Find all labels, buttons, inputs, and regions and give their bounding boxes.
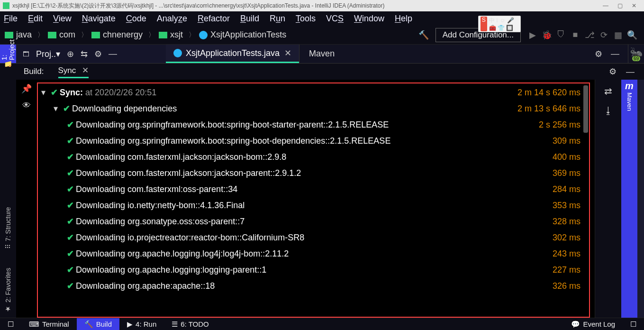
project-title[interactable]: Proj..▾ xyxy=(36,49,60,59)
search-icon[interactable]: 🔍 xyxy=(625,30,639,40)
terminal-icon: ⌨ xyxy=(29,320,39,329)
check-icon: ✔ xyxy=(64,200,76,211)
ime-toolbar[interactable]: S中 ⁞ ☺ 🎤 🧰 👕 🔲 xyxy=(478,16,521,32)
close-icon[interactable]: ✕ xyxy=(80,66,89,75)
reimport-icon[interactable]: ⇄ xyxy=(604,85,612,97)
coverage-icon[interactable]: ⛉ xyxy=(554,30,568,40)
menu-tools[interactable]: Tools xyxy=(296,14,316,24)
check-icon: ✔ xyxy=(64,232,76,243)
terminal-tab[interactable]: ⌨Terminal xyxy=(21,318,77,330)
run-icon: ▶ xyxy=(127,320,133,329)
tool-window-toggle[interactable]: ☐ xyxy=(0,318,21,330)
favorites-tool-tab[interactable]: ★ 2: Favorites xyxy=(4,268,12,313)
structure-tool-tab[interactable]: ⠿ 7: Structure xyxy=(4,207,12,248)
check-icon: ✔ xyxy=(64,281,76,291)
gear-icon[interactable]: ⚙ xyxy=(595,49,602,59)
structure-icon[interactable]: ▦ xyxy=(611,30,625,40)
close-button[interactable]: ✕ xyxy=(627,2,641,9)
check-icon: ✔ xyxy=(64,184,76,194)
menu-run[interactable]: Run xyxy=(270,14,285,24)
download-item-row[interactable]: ✔Downloading org.springframework.boot:sp… xyxy=(38,117,589,133)
hide-icon[interactable]: — xyxy=(626,67,635,77)
breadcrumb-com[interactable]: com xyxy=(48,30,75,40)
run-icon[interactable]: ▶ xyxy=(526,30,540,40)
download-item-row[interactable]: ✔Downloading org.sonatype.oss:oss-parent… xyxy=(38,213,589,229)
download-item-row[interactable]: ✔Downloading org.apache:apache::18326 ms xyxy=(38,278,589,294)
download-item-row[interactable]: ✔Downloading org.apache.logging.log4j:lo… xyxy=(38,246,589,262)
downloading-root-row[interactable]: ▾ ✔ Downloading dependencies 2 m 13 s 64… xyxy=(38,101,589,117)
download-icon[interactable]: ⭳ xyxy=(604,105,613,116)
close-tab-icon[interactable]: ✕ xyxy=(284,48,291,58)
minimize-button[interactable]: — xyxy=(599,2,613,9)
todo-tab[interactable]: ☰6: TODO xyxy=(164,318,216,330)
chevron-down-icon[interactable]: ▾ xyxy=(38,87,48,98)
maven-title: Maven xyxy=(309,49,335,59)
folder-icon xyxy=(159,32,167,38)
download-item-row[interactable]: ✔Downloading org.apache.logging:logging-… xyxy=(38,262,589,278)
status-bar: ☐ ⌨Terminal 🔨Build ▶4: Run ☰6: TODO 💬Eve… xyxy=(0,318,644,330)
ant-tool-tab[interactable]: 🐜 69 xyxy=(628,45,644,63)
build-label: Build: xyxy=(24,67,44,76)
build-tab[interactable]: 🔨Build xyxy=(77,318,119,330)
chevron-down-icon[interactable]: ▾ xyxy=(50,103,61,114)
menu-file[interactable]: File xyxy=(4,14,18,24)
target-icon[interactable]: ⊕ xyxy=(67,49,74,59)
download-item-row[interactable]: ✔Downloading io.netty:netty-bom::4.1.36.… xyxy=(38,197,589,213)
download-item-row[interactable]: ✔Downloading com.fasterxml.jackson:jacks… xyxy=(38,149,589,165)
toolbar: java 〉 com 〉 chnenergy 〉 xsjt 〉 XsjtAppl… xyxy=(0,26,644,45)
breadcrumb-chnenergy[interactable]: chnenergy xyxy=(91,30,143,40)
check-icon: ✔ xyxy=(64,265,76,275)
stop-icon[interactable]: ■ xyxy=(568,30,582,40)
pin-icon[interactable]: 📌 xyxy=(21,83,32,94)
download-item-row[interactable]: ✔Downloading com.fasterxml.jackson:jacks… xyxy=(38,165,589,181)
maximize-button[interactable]: ▢ xyxy=(613,2,627,9)
project-tool-tab[interactable]: 📁 1: Project xyxy=(0,45,16,63)
menu-navigate[interactable]: Navigate xyxy=(82,14,116,24)
debug-icon[interactable]: 🐞 xyxy=(540,30,554,40)
git-icon[interactable]: ⎇ xyxy=(582,30,597,40)
sync-root-row[interactable]: ▾ ✔ Sync: at 2020/2/26 20:51 2 m 14 s 62… xyxy=(38,84,589,101)
download-item-row[interactable]: ✔Downloading org.springframework.boot:sp… xyxy=(38,133,589,149)
menu-edit[interactable]: Edit xyxy=(28,14,43,24)
chevron-right-icon: 〉 xyxy=(37,31,44,39)
menu-window[interactable]: Window xyxy=(354,14,384,24)
menu-code[interactable]: Code xyxy=(126,14,146,24)
gear-icon[interactable]: ⚙ xyxy=(609,66,617,77)
maven-tool-tab[interactable]: m Maven xyxy=(621,80,637,318)
menu-analyze[interactable]: Analyze xyxy=(157,14,187,24)
duration: 302 ms xyxy=(553,233,581,243)
ime-indicator: S中 ⁞ ☺ 🎤 🧰 👕 🔲 Add Configuration... xyxy=(435,28,521,42)
download-item-label: Downloading org.springframework.boot:spr… xyxy=(76,136,553,146)
project-window-icon: 🗔 xyxy=(23,50,29,58)
update-icon[interactable]: ⟳ xyxy=(597,30,611,40)
eye-icon[interactable]: 👁 xyxy=(22,101,31,110)
run-tab[interactable]: ▶4: Run xyxy=(119,318,164,330)
event-log-tab[interactable]: 💬Event Log xyxy=(563,318,623,330)
menu-refactor[interactable]: Refactor xyxy=(198,14,230,24)
download-item-row[interactable]: ✔Downloading com.fasterxml:oss-parent::3… xyxy=(38,181,589,197)
build-icon[interactable]: 🔨 xyxy=(418,30,429,40)
sync-tab[interactable]: Sync ✕ xyxy=(58,65,89,78)
editor-tab[interactable]: XsjtApplicationTests.java ✕ xyxy=(166,45,299,63)
scrollbar-thumb[interactable] xyxy=(583,85,588,133)
collapse-icon[interactable]: ⇆ xyxy=(81,49,88,59)
hide-icon[interactable]: — xyxy=(611,49,619,59)
breadcrumb-xsjt[interactable]: xsjt xyxy=(159,30,183,40)
maven-m-icon: m xyxy=(625,81,634,92)
todo-icon: ☰ xyxy=(172,320,178,329)
download-item-row[interactable]: ✔Downloading io.projectreactor:reactor-b… xyxy=(38,229,589,246)
breadcrumb-class[interactable]: XsjtApplicationTests xyxy=(199,30,286,40)
menu-help[interactable]: Help xyxy=(395,14,412,24)
chevron-right-icon: 〉 xyxy=(189,31,195,39)
menu-build[interactable]: Build xyxy=(240,14,259,24)
hide-icon[interactable]: — xyxy=(109,49,117,59)
menu-view[interactable]: View xyxy=(53,14,72,24)
maven-tool-header: Maven ⚙ — xyxy=(299,45,628,63)
gear-icon[interactable]: ⚙ xyxy=(94,49,102,59)
breadcrumb-java[interactable]: java xyxy=(5,30,32,40)
menu-vcs[interactable]: VCS xyxy=(326,14,344,24)
main-area: ★ 2: Favorites ⠿ 7: Structure 📌 👁 ▾ ✔ Sy… xyxy=(0,80,644,318)
project-tool-header: 🗔 Proj..▾ ⊕ ⇆ ⚙ — xyxy=(16,45,166,63)
download-item-label: Downloading com.fasterxml:oss-parent::34 xyxy=(76,184,553,194)
duration: 328 ms xyxy=(553,217,581,227)
